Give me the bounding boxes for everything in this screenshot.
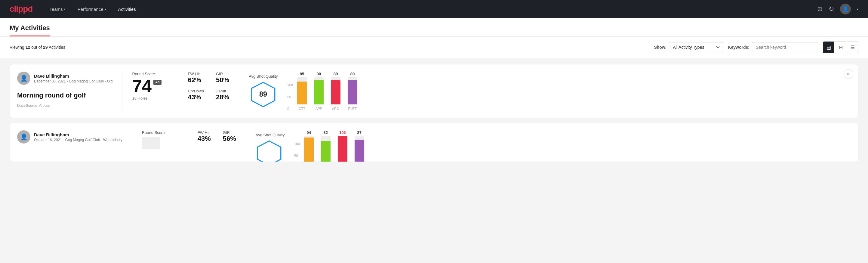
bar-app-fill (314, 80, 323, 105)
card2-y-axis: 100 50 0 (294, 142, 300, 162)
data-source: Data Source: Arccos (17, 104, 113, 108)
card2-stats: FW Hit 43% GIR 56% (197, 130, 236, 143)
avg-shot-quality-label: Avg Shot Quality (249, 74, 278, 79)
bar-arg-track (331, 77, 340, 105)
fw-hit-stat: FW Hit 62% (188, 71, 204, 84)
navbar: clippd Teams ▾ Performance ▾ Activities … (0, 0, 868, 18)
stats-section: FW Hit 62% Up/Down 43% GIR 50% 1 Putt 28… (188, 71, 229, 101)
keywords-group: Keywords: (728, 42, 818, 52)
bar-arg-label: ARG (332, 107, 339, 111)
oneputt-stat: 1 Putt 28% (216, 89, 229, 101)
fw-hit-label: FW Hit (188, 71, 204, 76)
y-label-0: 0 (287, 107, 293, 111)
y-label-100: 100 (287, 83, 293, 87)
edit-icon: ✏ (847, 71, 850, 77)
quality-score-text: 89 (259, 90, 267, 98)
card2-app-value: 82 (323, 130, 328, 135)
gir-label: GIR (216, 71, 229, 76)
nav-item-performance[interactable]: Performance ▾ (75, 5, 108, 13)
activity-card: ✏ 👤 Dave Billingham December 05, 2021 - … (10, 64, 858, 118)
user-name-2: Dave Billingham (34, 132, 122, 137)
bar-app-label: APP (315, 107, 322, 111)
card2-ott-value: 94 (307, 130, 311, 135)
stat-pair-left: FW Hit 62% Up/Down 43% (188, 71, 204, 101)
bar-putt-value: 89 (350, 71, 354, 76)
user-info-2: Dave Billingham October 16, 2021 - Gog M… (34, 132, 122, 142)
filter-bar: Viewing 12 out of 29 Activities Show: Al… (0, 37, 868, 58)
avatar-chevron-icon: ▾ (857, 7, 858, 11)
teams-chevron-icon: ▾ (64, 7, 66, 11)
card2-fw-value: 43% (197, 135, 211, 143)
list-compact-icon: ▤ (827, 45, 831, 50)
hexagon-svg: 89 (250, 81, 277, 108)
y-axis: 100 50 0 (287, 83, 293, 111)
nav-actions: ⊕ ↻ 👤 ▾ (817, 4, 858, 14)
score-badge: +4 (153, 80, 161, 85)
bar-ott-track (297, 77, 307, 105)
user-avatar-button[interactable]: 👤 (840, 4, 851, 14)
card2-bar-ott-track (304, 136, 314, 162)
gir-stat: GIR 50% (216, 71, 229, 84)
card2-score-placeholder (142, 137, 160, 149)
card2-app-fill (321, 141, 331, 162)
card2-gir: GIR 56% (223, 130, 236, 143)
bar-putt-label: PUTT (348, 107, 357, 111)
round-score-section: Round Score 74 +4 18 Holes (132, 71, 168, 100)
card2-y-100: 100 (294, 142, 300, 146)
shot-quality-chart: 100 50 0 85 OTT 90 APP (287, 71, 360, 111)
card2-chart: 100 50 0 94 OTT 82 APP (294, 130, 367, 162)
activities-list: ✏ 👤 Dave Billingham December 05, 2021 - … (0, 58, 868, 168)
card2-arg-value: 106 (339, 130, 346, 135)
viewing-count-text: Viewing 12 out of 29 Activities (10, 45, 649, 50)
user-icon: 👤 (842, 6, 849, 12)
bar-arg-value: 89 (334, 71, 338, 76)
nav-item-teams[interactable]: Teams ▾ (47, 5, 68, 13)
quality-container: Avg Shot Quality 89 (249, 74, 278, 108)
edit-button[interactable]: ✏ (844, 69, 853, 79)
bar-putt-fill (348, 80, 357, 105)
card2-quality-section: Avg Shot Quality 100 50 0 94 (256, 130, 851, 162)
card2-putt-fill (354, 140, 364, 162)
card2-putt-value: 87 (357, 130, 362, 135)
search-input[interactable] (752, 42, 818, 52)
view-toggle: ▤ ⊞ ☰ (823, 41, 858, 53)
card2-bar-app-track (321, 136, 331, 162)
list-compact-view-button[interactable]: ▤ (823, 41, 834, 53)
user-row-2: 👤 Dave Billingham October 16, 2021 - Gog… (17, 130, 122, 144)
card2-gir-value: 56% (223, 135, 236, 143)
avg-shot-quality-section: Avg Shot Quality 89 100 50 0 (249, 71, 851, 111)
add-icon[interactable]: ⊕ (817, 5, 823, 13)
refresh-icon[interactable]: ↻ (829, 5, 834, 13)
y-label-50: 50 (287, 95, 293, 99)
card2-hexagon-svg (256, 140, 283, 162)
user-row: 👤 Dave Billingham December 05, 2021 - Go… (17, 71, 113, 85)
logo: clippd (10, 4, 32, 14)
user-info: Dave Billingham December 05, 2021 - Gog … (34, 74, 113, 83)
list-view-button[interactable]: ☰ (847, 41, 858, 53)
activity-title: Morning round of golf (17, 91, 113, 99)
fw-hit-value: 62% (188, 76, 204, 84)
card2-bar-app: 82 APP (318, 130, 334, 162)
card2-gir-label: GIR (223, 130, 236, 135)
grid-view-button[interactable]: ⊞ (835, 41, 846, 53)
bar-ott: 85 OTT (294, 71, 310, 111)
updown-stat: Up/Down 43% (188, 89, 204, 101)
bar-ott-fill (297, 82, 307, 105)
user-name: Dave Billingham (34, 74, 113, 79)
card2-score-label: Round Score (142, 130, 178, 135)
activity-type-select[interactable]: All Activity Types (669, 42, 723, 52)
grid-icon: ⊞ (839, 45, 843, 50)
bar-ott-label: OTT (299, 107, 305, 111)
oneputt-label: 1 Putt (216, 89, 229, 93)
divider (122, 71, 122, 111)
show-label: Show: (654, 45, 666, 50)
card2-divider (132, 130, 132, 154)
score-display: 74 +4 (132, 77, 168, 95)
performance-chevron-icon: ▾ (105, 7, 106, 11)
card-user-section: 👤 Dave Billingham December 05, 2021 - Go… (17, 71, 113, 108)
card2-bar-arg-track (338, 136, 347, 162)
viewing-shown: 12 (26, 45, 30, 50)
nav-item-activities[interactable]: Activities (116, 5, 138, 13)
page-header: My Activities (0, 18, 868, 37)
card2-y-50: 50 (294, 154, 300, 157)
